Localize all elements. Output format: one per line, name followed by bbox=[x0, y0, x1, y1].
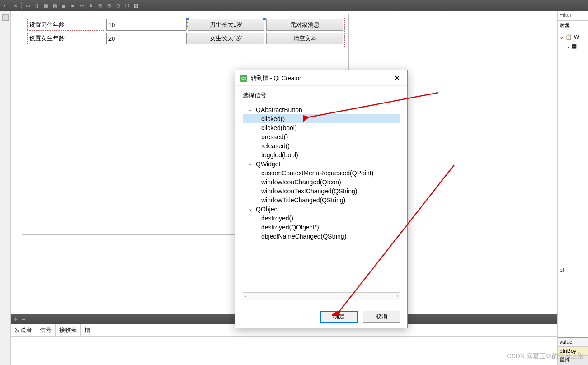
close-icon[interactable]: ✕ bbox=[391, 74, 403, 82]
signal-group[interactable]: ⌄QWidget bbox=[243, 159, 400, 168]
prop-pl: pl bbox=[558, 266, 588, 274]
toolbar-dropdown-icon[interactable]: ▼ bbox=[2, 1, 7, 9]
signal-item[interactable]: clicked() bbox=[243, 114, 400, 123]
signal-group[interactable]: ⌄QAbstractButton bbox=[243, 105, 400, 114]
btn-girl-grow[interactable]: 女生长大1岁 bbox=[188, 33, 265, 44]
scroll-left-icon[interactable]: ‹ bbox=[245, 293, 246, 300]
signal-item[interactable]: clicked(bool) bbox=[243, 123, 400, 132]
value-header: value bbox=[558, 337, 588, 346]
layout-rows-icon[interactable]: ≡ bbox=[69, 1, 77, 9]
dialog-titlebar[interactable]: Qt 转到槽 - Qt Creator ✕ bbox=[235, 70, 407, 86]
signal-item[interactable]: customContextMenuRequested(QPoint) bbox=[243, 168, 400, 178]
layout-grid-icon[interactable]: ▦ bbox=[42, 1, 50, 9]
header-sender: 发送者 bbox=[11, 324, 36, 336]
header-receiver: 接收者 bbox=[56, 324, 81, 336]
tree-scrollbar[interactable]: ‹ › bbox=[243, 293, 400, 300]
btn-meta-info[interactable]: 元对象消息 bbox=[266, 19, 343, 31]
btn-clear-text[interactable]: 清空文本 bbox=[266, 33, 343, 44]
object-header: 对象 bbox=[558, 21, 588, 31]
spinbox-girl-input[interactable] bbox=[107, 33, 186, 44]
layout-v-icon[interactable]: ▯ bbox=[33, 1, 41, 9]
filter-input[interactable]: Filter bbox=[558, 11, 588, 21]
label-girl-age[interactable]: 设置女生年龄 bbox=[27, 33, 104, 44]
layout-g3-icon[interactable]: ⊡ bbox=[114, 1, 122, 9]
layout-h-icon[interactable]: ▭ bbox=[24, 1, 32, 9]
signal-item[interactable]: objectNameChanged(QString) bbox=[243, 232, 400, 241]
spinbox-boy-input[interactable] bbox=[107, 19, 186, 30]
chevron-down-icon: ⌄ bbox=[249, 205, 254, 214]
scroll-right-icon[interactable]: › bbox=[397, 293, 398, 300]
preview-icon[interactable]: 🖵 bbox=[123, 1, 131, 9]
ok-button[interactable]: 确定 bbox=[320, 311, 358, 323]
spinbox-boy-age[interactable]: ▲▼ bbox=[106, 19, 186, 31]
btn-boy-grow[interactable]: 男生长大1岁 bbox=[188, 19, 265, 31]
left-widget-strip bbox=[0, 11, 11, 365]
layout-form-icon[interactable]: ▤ bbox=[51, 1, 59, 9]
signal-item[interactable]: windowTitleChanged(QString) bbox=[243, 196, 400, 205]
tree-node-child: ⌄ ▦ bbox=[560, 42, 586, 51]
layout-cols-icon[interactable]: ⫼ bbox=[60, 1, 68, 9]
layout-g1-icon[interactable]: ⊞ bbox=[96, 1, 104, 9]
cancel-button[interactable]: 取消 bbox=[363, 311, 400, 323]
signal-item[interactable]: pressed() bbox=[243, 132, 400, 141]
object-tree[interactable]: ⌄ 📋 W ⌄ ▦ bbox=[558, 31, 588, 52]
signal-item[interactable]: destroyed(QObject*) bbox=[243, 223, 400, 232]
chevron-down-icon: ⌄ bbox=[249, 105, 254, 114]
header-signal: 信号 bbox=[36, 324, 56, 336]
chevron-down-icon: ⌄ bbox=[249, 159, 254, 168]
goto-slot-dialog: Qt 转到槽 - Qt Creator ✕ 选择信号 ⌄QAbstractBut… bbox=[235, 70, 408, 328]
layout-hsplit-icon[interactable]: ⇔ bbox=[78, 1, 86, 9]
remove-connection-icon[interactable]: − bbox=[21, 315, 25, 323]
dialog-title-text: 转到槽 - Qt Creator bbox=[251, 74, 301, 82]
main-toolbar: ▼ ✕ ▭ ▯ ▦ ▤ ⫼ ≡ ⇔ ⇕ ⊞ ⊟ ⊡ 🖵 🖼 bbox=[0, 0, 588, 11]
signal-item[interactable]: toggled(bool) bbox=[243, 150, 400, 159]
qt-logo-icon: Qt bbox=[240, 75, 247, 82]
label-boy-age[interactable]: 设置男生年龄 bbox=[27, 19, 104, 31]
add-connection-icon[interactable]: + bbox=[14, 315, 18, 323]
layout-g2-icon[interactable]: ⊟ bbox=[105, 1, 113, 9]
collapse-handle-icon[interactable] bbox=[2, 14, 9, 21]
csdn-watermark: CSDN @夏玉林的学习之路 bbox=[507, 352, 583, 360]
signal-item[interactable]: destroyed() bbox=[243, 214, 400, 223]
signal-item[interactable]: windowIconTextChanged(QString) bbox=[243, 187, 400, 196]
signal-tree[interactable]: ⌄QAbstractButtonclicked()clicked(bool)pr… bbox=[243, 103, 400, 293]
signal-item[interactable]: windowIconChanged(QIcon) bbox=[243, 178, 400, 187]
header-slot: 槽 bbox=[81, 324, 94, 336]
tree-node-root: ⌄ 📋 W bbox=[560, 33, 586, 42]
select-signal-label: 选择信号 bbox=[243, 91, 400, 99]
image-icon[interactable]: 🖼 bbox=[132, 1, 140, 9]
signal-item[interactable]: released() bbox=[243, 141, 400, 150]
signal-group[interactable]: ⌄QObject bbox=[243, 205, 400, 214]
layout-vsplit-icon[interactable]: ⇕ bbox=[87, 1, 95, 9]
spinbox-girl-age[interactable]: ▲▼ bbox=[106, 33, 186, 44]
toolbar-close-icon[interactable]: ✕ bbox=[11, 1, 19, 9]
object-inspector: Filter 对象 ⌄ 📋 W ⌄ ▦ pl value btnBoy : 属性 bbox=[557, 11, 588, 365]
